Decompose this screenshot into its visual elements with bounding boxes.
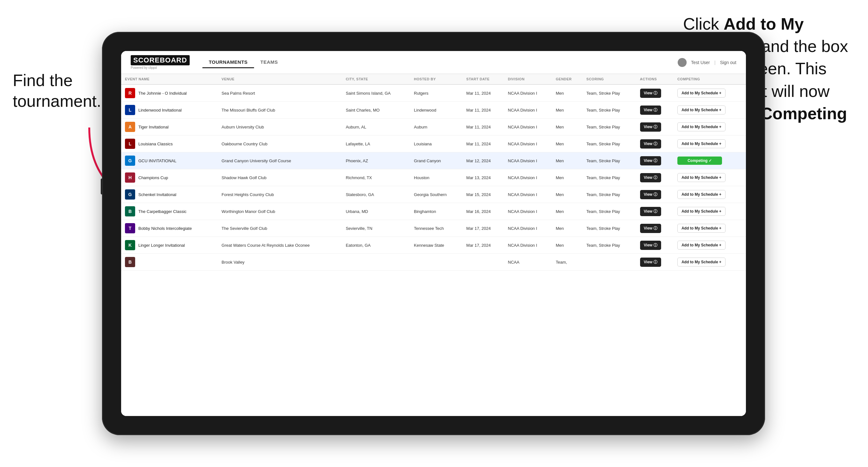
venue-cell: Grand Canyon University Golf Course xyxy=(218,152,342,169)
header-right: Test User | Sign out xyxy=(678,58,736,67)
add-to-schedule-button[interactable]: Add to My Schedule + xyxy=(677,224,725,233)
view-button[interactable]: View ⓘ xyxy=(640,190,661,199)
city-state-cell: Richmond, TX xyxy=(342,169,410,186)
view-button[interactable]: View ⓘ xyxy=(640,105,661,115)
division-cell: NCAA Division I xyxy=(504,85,552,102)
table-row: L Louisiana Classics Oakbourne Country C… xyxy=(121,135,746,152)
view-button[interactable]: View ⓘ xyxy=(640,207,661,216)
col-gender: GENDER xyxy=(552,74,582,85)
view-button[interactable]: View ⓘ xyxy=(640,257,661,267)
table-row: G GCU INVITATIONAL Grand Canyon Universi… xyxy=(121,152,746,169)
annotation-left: Find thetournament. xyxy=(13,70,101,112)
gender-cell: Men xyxy=(552,135,582,152)
scoring-cell: Team, Stroke Play xyxy=(583,203,636,220)
start-date-cell: Mar 11, 2024 xyxy=(463,135,504,152)
view-button[interactable]: View ⓘ xyxy=(640,241,661,250)
start-date-cell xyxy=(463,254,504,271)
gender-cell: Men xyxy=(552,203,582,220)
view-button[interactable]: View ⓘ xyxy=(640,122,661,132)
gender-cell: Men xyxy=(552,169,582,186)
gender-cell: Team, xyxy=(552,254,582,271)
actions-cell: View ⓘ xyxy=(636,186,674,203)
view-button[interactable]: View ⓘ xyxy=(640,89,661,98)
division-cell: NCAA Division I xyxy=(504,220,552,237)
actions-cell: View ⓘ xyxy=(636,119,674,135)
division-cell: NCAA Division I xyxy=(504,186,552,203)
logo-area: SCOREBOARD Powered by clippd xyxy=(131,55,190,69)
tab-teams[interactable]: TEAMS xyxy=(254,57,284,68)
hosted-by-cell: Georgia Southern xyxy=(410,186,463,203)
competing-cell: Add to My Schedule + xyxy=(674,85,746,102)
table-row: R The Johnnie - O Individual Sea Palms R… xyxy=(121,85,746,102)
sign-out-link[interactable]: Sign out xyxy=(720,60,736,65)
division-cell: NCAA Division I xyxy=(504,102,552,119)
start-date-cell: Mar 15, 2024 xyxy=(463,186,504,203)
hosted-by-cell: Rutgers xyxy=(410,85,463,102)
event-name-text: Lindenwood Invitational xyxy=(138,108,182,113)
table-row: A Tiger Invitational Auburn University C… xyxy=(121,119,746,135)
view-button[interactable]: View ⓘ xyxy=(640,139,661,149)
add-to-schedule-button[interactable]: Add to My Schedule + xyxy=(677,139,725,148)
table-row: B The Carpetbagger Classic Worthington M… xyxy=(121,203,746,220)
user-avatar xyxy=(678,58,687,67)
venue-cell: The Missouri Bluffs Golf Club xyxy=(218,102,342,119)
team-logo: B xyxy=(125,206,135,216)
start-date-cell: Mar 11, 2024 xyxy=(463,119,504,135)
tournaments-table: EVENT NAME VENUE CITY, STATE HOSTED BY S… xyxy=(121,74,746,271)
view-button[interactable]: View ⓘ xyxy=(640,173,661,182)
team-logo: H xyxy=(125,173,135,183)
col-competing: COMPETING xyxy=(674,74,746,85)
city-state-cell: Eatonton, GA xyxy=(342,237,410,254)
add-to-schedule-button[interactable]: Add to My Schedule + xyxy=(677,105,725,115)
division-cell: NCAA Division I xyxy=(504,169,552,186)
table-body: R The Johnnie - O Individual Sea Palms R… xyxy=(121,85,746,271)
event-name-cell: T Bobby Nichols Intercollegiate xyxy=(121,220,218,237)
venue-cell: Shadow Hawk Golf Club xyxy=(218,169,342,186)
add-to-schedule-button[interactable]: Add to My Schedule + xyxy=(677,173,725,182)
start-date-cell: Mar 16, 2024 xyxy=(463,203,504,220)
division-cell: NCAA Division I xyxy=(504,135,552,152)
start-date-cell: Mar 11, 2024 xyxy=(463,102,504,119)
tab-tournaments[interactable]: TOURNAMENTS xyxy=(203,57,254,68)
add-to-schedule-button[interactable]: Add to My Schedule + xyxy=(677,257,725,267)
add-to-schedule-button[interactable]: Add to My Schedule + xyxy=(677,207,725,216)
gender-cell: Men xyxy=(552,119,582,135)
add-to-schedule-button[interactable]: Add to My Schedule + xyxy=(677,190,725,199)
venue-cell: Brook Valley xyxy=(218,254,342,271)
pipe-divider: | xyxy=(714,60,716,65)
venue-cell: Auburn University Club xyxy=(218,119,342,135)
col-city-state: CITY, STATE xyxy=(342,74,410,85)
start-date-cell: Mar 17, 2024 xyxy=(463,220,504,237)
add-to-schedule-button[interactable]: Add to My Schedule + xyxy=(677,89,725,97)
city-state-cell: Auburn, AL xyxy=(342,119,410,135)
team-logo: G xyxy=(125,156,135,166)
team-logo: L xyxy=(125,139,135,149)
add-to-schedule-button[interactable]: Add to My Schedule + xyxy=(677,241,725,250)
event-name-cell: G Schenkel Invitational xyxy=(121,186,218,203)
city-state-cell: Urbana, MD xyxy=(342,203,410,220)
competing-cell: Add to My Schedule + xyxy=(674,135,746,152)
scoring-cell: Team, Stroke Play xyxy=(583,237,636,254)
competing-button[interactable]: Competing ✓ xyxy=(677,157,722,165)
col-event-name: EVENT NAME xyxy=(121,74,218,85)
col-actions: ACTIONS xyxy=(636,74,674,85)
user-name: Test User xyxy=(691,60,710,65)
city-state-cell: Saint Simons Island, GA xyxy=(342,85,410,102)
scoring-cell xyxy=(583,254,636,271)
event-name-text: The Carpetbagger Classic xyxy=(138,209,186,214)
table-row: B Brook ValleyNCAATeam,View ⓘAdd to My S… xyxy=(121,254,746,271)
view-button[interactable]: View ⓘ xyxy=(640,156,661,165)
hosted-by-cell: Houston xyxy=(410,169,463,186)
tablet-frame: SCOREBOARD Powered by clippd TOURNAMENTS… xyxy=(102,32,765,435)
gender-cell: Men xyxy=(552,237,582,254)
add-to-schedule-button[interactable]: Add to My Schedule + xyxy=(677,122,725,131)
logo-sub: Powered by clippd xyxy=(131,66,190,69)
gender-cell: Men xyxy=(552,102,582,119)
nav-tabs: TOURNAMENTS TEAMS xyxy=(203,57,284,68)
actions-cell: View ⓘ xyxy=(636,237,674,254)
event-name-cell: L Lindenwood Invitational xyxy=(121,102,218,119)
hosted-by-cell: Auburn xyxy=(410,119,463,135)
division-cell: NCAA Division I xyxy=(504,119,552,135)
city-state-cell: Lafayette, LA xyxy=(342,135,410,152)
view-button[interactable]: View ⓘ xyxy=(640,224,661,233)
